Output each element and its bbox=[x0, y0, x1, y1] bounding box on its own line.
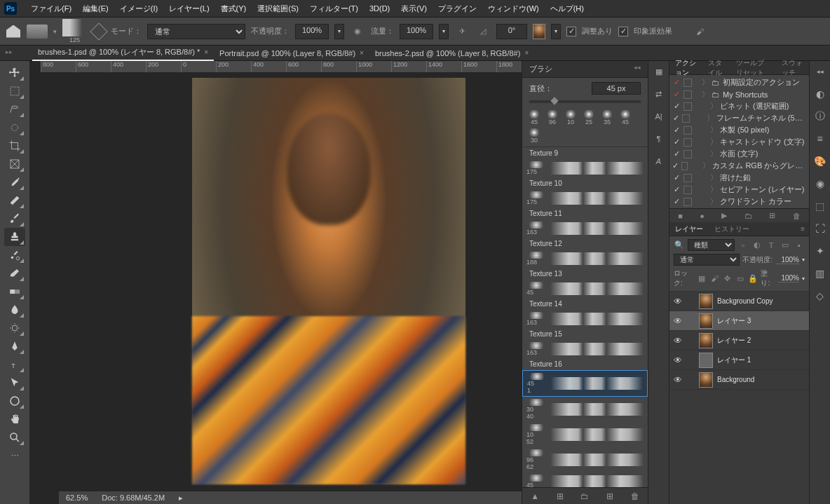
action-row[interactable]: ✓〉🗀My Shortcuts bbox=[669, 88, 809, 100]
canvas-area[interactable]: 8006004002000200400600800100012001400160… bbox=[29, 61, 522, 504]
tool-preset-icon[interactable] bbox=[27, 25, 48, 39]
delete-brush-icon[interactable]: 🗑 bbox=[631, 491, 639, 501]
menu-3d[interactable]: 3D(D) bbox=[364, 4, 395, 13]
tab-history[interactable]: ヒストリー bbox=[709, 224, 755, 234]
portrait-dropdown[interactable] bbox=[551, 24, 561, 39]
menu-select[interactable]: 選択範囲(S) bbox=[252, 4, 304, 14]
document-tab[interactable]: Portrait.psd @ 100% (Layer 8, RGB/8#)× bbox=[214, 45, 369, 61]
menu-file[interactable]: ファイル(F) bbox=[25, 4, 77, 14]
brush-settings-icon[interactable]: ▦ bbox=[651, 64, 667, 79]
document-tab[interactable]: brushes-2.psd @ 100% (Layer 8, RGB/8#)× bbox=[369, 45, 534, 61]
dialog-toggle[interactable] bbox=[683, 102, 692, 111]
paths-icon[interactable]: ◇ bbox=[812, 288, 828, 304]
path-select-tool[interactable] bbox=[4, 374, 25, 392]
filter-smart-icon[interactable]: ▪ bbox=[794, 240, 805, 251]
check-icon[interactable]: ✓ bbox=[672, 78, 681, 87]
eyedropper-tool[interactable] bbox=[4, 173, 25, 191]
menu-layer[interactable]: レイヤー(L) bbox=[163, 4, 215, 14]
visibility-icon[interactable]: 👁 bbox=[672, 336, 683, 346]
layer-thumbnail[interactable] bbox=[699, 294, 713, 309]
gradients-icon[interactable]: ◉ bbox=[812, 176, 828, 191]
check-icon[interactable]: ✓ bbox=[672, 137, 681, 147]
quick-select-tool[interactable] bbox=[4, 118, 25, 137]
channels-icon[interactable]: ▥ bbox=[812, 266, 828, 281]
color-icon[interactable]: 🎨 bbox=[812, 154, 828, 169]
menu-type[interactable]: 書式(Y) bbox=[215, 4, 252, 14]
brush-item[interactable]: 163 bbox=[522, 219, 648, 238]
character-icon[interactable]: A| bbox=[651, 109, 667, 124]
delete-action-icon[interactable]: 🗑 bbox=[793, 212, 801, 220]
layer-name[interactable]: Background bbox=[717, 376, 754, 383]
brush-group-label[interactable]: Texture 11 bbox=[522, 207, 648, 219]
filter-kind-select[interactable]: 種類 bbox=[688, 239, 735, 251]
check-icon[interactable]: ✓ bbox=[672, 197, 681, 206]
dialog-toggle[interactable] bbox=[683, 186, 692, 194]
dialog-toggle[interactable] bbox=[683, 150, 692, 158]
brush-group-label[interactable]: Texture 14 bbox=[522, 298, 648, 310]
action-row[interactable]: ✓〉🗀初期設定のアクション bbox=[669, 76, 809, 88]
brush-item[interactable]: 188 bbox=[522, 250, 648, 268]
new-group-icon[interactable]: 🗀 bbox=[580, 491, 589, 501]
filter-shape-icon[interactable]: ▭ bbox=[780, 240, 791, 251]
dialog-toggle[interactable] bbox=[683, 79, 692, 87]
flow-dropdown[interactable] bbox=[439, 24, 449, 39]
dialog-toggle[interactable] bbox=[683, 90, 692, 99]
opacity-dropdown[interactable] bbox=[334, 24, 344, 39]
check-icon[interactable]: ✓ bbox=[672, 114, 679, 123]
glyph-icon[interactable]: A bbox=[651, 154, 667, 169]
rect-marquee-tool[interactable] bbox=[4, 82, 25, 100]
brush-item[interactable]: 163 bbox=[522, 310, 648, 328]
angle-field[interactable]: 0° bbox=[496, 24, 527, 39]
caret-icon[interactable]: 〉 bbox=[710, 101, 717, 111]
brush-item[interactable]: 451 bbox=[522, 370, 648, 397]
layer-thumbnail[interactable] bbox=[699, 353, 713, 368]
portrait-thumb-icon[interactable] bbox=[533, 24, 545, 39]
clone-source-icon[interactable]: ⇄ bbox=[651, 86, 667, 102]
heal-tool[interactable] bbox=[4, 191, 25, 210]
expand-icon[interactable]: ◂◂ bbox=[634, 64, 641, 74]
caret-icon[interactable]: 〉 bbox=[710, 184, 717, 195]
menu-image[interactable]: イメージ(I) bbox=[114, 4, 163, 14]
dialog-toggle[interactable] bbox=[683, 198, 692, 206]
play-icon[interactable]: ▶ bbox=[721, 211, 727, 220]
menu-filter[interactable]: フィルター(T) bbox=[304, 4, 364, 14]
caret-icon[interactable]: 〉 bbox=[710, 137, 717, 147]
menu-window[interactable]: ウィンドウ(W) bbox=[482, 4, 545, 14]
new-set-icon[interactable]: 🗀 bbox=[744, 212, 752, 220]
patterns-icon[interactable]: ⬚ bbox=[812, 198, 828, 214]
check-icon[interactable]: ✓ bbox=[672, 125, 681, 135]
caret-icon[interactable]: 〉 bbox=[702, 89, 709, 100]
layer-thumbnail[interactable] bbox=[699, 313, 713, 329]
pressure-opacity-icon[interactable]: ◉ bbox=[350, 24, 365, 39]
brush-favorite[interactable]: 96 bbox=[545, 110, 560, 125]
action-row[interactable]: ✓〉フレームチャンネル (50 pixel) bbox=[669, 112, 809, 124]
adjust-checkbox[interactable]: ✓ bbox=[566, 27, 576, 36]
brush-item[interactable]: 3040 bbox=[522, 397, 648, 422]
frame-tool[interactable] bbox=[4, 155, 25, 173]
live-tip-icon[interactable]: ⊞ bbox=[557, 491, 564, 501]
layer-row[interactable]: 👁レイヤー 1 bbox=[669, 350, 809, 370]
layer-opacity-field[interactable]: 100% bbox=[775, 256, 799, 264]
brush-group-label[interactable]: Texture 16 bbox=[522, 358, 648, 370]
action-row[interactable]: ✓〉ビネット (選択範囲) bbox=[669, 100, 809, 112]
brush-favorite[interactable]: 10 bbox=[563, 110, 578, 125]
layer-row[interactable]: 👁Background Copy bbox=[669, 292, 809, 311]
lasso-tool[interactable] bbox=[4, 100, 25, 118]
dialog-toggle[interactable] bbox=[683, 174, 692, 182]
lock-nest-icon[interactable]: ▭ bbox=[735, 273, 745, 284]
more-tools[interactable]: ⋯ bbox=[4, 447, 25, 465]
menu-plugin[interactable]: プラグイン bbox=[433, 4, 482, 14]
blend-mode-select[interactable]: 通常 bbox=[674, 254, 740, 266]
home-icon[interactable] bbox=[6, 24, 21, 39]
dialog-toggle[interactable] bbox=[682, 114, 690, 123]
fill-field[interactable]: 100% bbox=[778, 274, 799, 282]
mode-select[interactable]: 通常 bbox=[147, 24, 245, 39]
brush-group-label[interactable]: Texture 15 bbox=[522, 328, 648, 340]
gradient-tool[interactable] bbox=[4, 282, 25, 301]
brush-favorite[interactable]: 45 bbox=[526, 110, 542, 125]
layer-row[interactable]: 👁レイヤー 2 bbox=[669, 331, 809, 350]
action-row[interactable]: ✓〉木製 (50 pixel) bbox=[669, 124, 809, 136]
caret-icon[interactable]: 〉 bbox=[702, 161, 709, 171]
visibility-icon[interactable]: 👁 bbox=[672, 316, 683, 326]
brush-item[interactable]: 175 bbox=[522, 189, 648, 207]
